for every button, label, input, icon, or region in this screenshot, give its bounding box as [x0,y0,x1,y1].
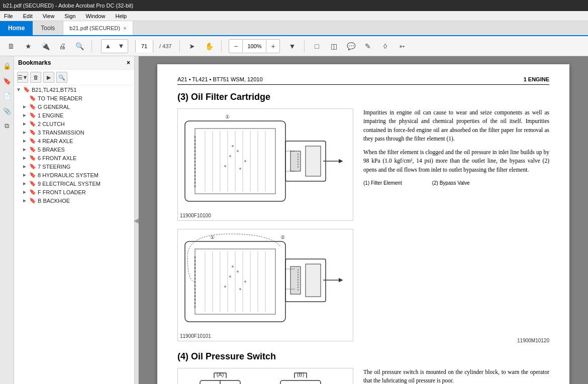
tree-arrow-transmission[interactable]: ► [22,130,29,135]
section3-para2: When the filter element is clogged and t… [363,148,549,174]
tree-arrow-hydraulic[interactable]: ► [22,172,29,178]
oil-pressure-switch-diagram: (A) (B) [180,370,351,384]
ref1: (1) Filter Element [363,179,402,187]
tree-arrow-electrical[interactable]: ► [22,181,29,186]
menu-sign[interactable]: Sign [62,12,77,20]
tree-item-engine[interactable]: ► 🔖 1 ENGINE [14,111,134,119]
tree-arrow-steering[interactable]: ► [22,164,29,169]
tree-arrow-backhoe[interactable]: ► [22,198,29,203]
tree-item-reader[interactable]: ► 🔖 TO THE READER [14,94,134,102]
tree-arrow-front-loader[interactable]: ► [22,189,29,195]
menu-view[interactable]: View [41,12,57,20]
svg-point-42 [239,288,241,290]
menu-edit[interactable]: Edit [21,12,35,20]
tree-item-front-loader[interactable]: ► 🔖 F FRONT LOADER [14,188,134,196]
figure-2-caption: 11900F10101 [180,333,351,339]
pdf-header: A21 • TL421 • BT751 WSM, 12010 1 ENGINE [177,76,549,85]
fit-page-button[interactable]: □ [310,39,324,53]
menu-bar: File Edit View Sign Window Help [0,11,588,21]
lock-icon[interactable]: 🔒 [2,60,13,71]
tree-item-root[interactable]: ▼ 🔖 B21,TL421,BT751 [14,85,134,94]
tab-home[interactable]: Home [0,21,33,35]
two-page-button[interactable]: ◫ [327,39,341,53]
svg-text:②: ② [280,234,285,240]
section4-content-row: (A) (B) [177,368,549,384]
tree-item-general[interactable]: ► 🔖 G GENERAL [14,102,134,111]
pdf-page: A21 • TL421 • BT751 WSM, 12010 1 ENGINE … [157,64,569,384]
svg-point-16 [239,168,241,170]
page-number-input[interactable] [135,40,153,52]
tree-arrow-engine[interactable]: ► [22,112,29,118]
section3-text-col: Impurities in engine oil can cause to we… [363,108,549,221]
menu-window[interactable]: Window [83,12,107,20]
draw-button[interactable]: ✎ [361,39,375,53]
pdf-header-left: A21 • TL421 • BT751 WSM, 12010 [177,76,263,82]
page-side-icon[interactable]: 📄 [2,90,13,101]
zoom-input[interactable] [242,40,266,52]
tree-item-steering[interactable]: ► 🔖 7 STEERING [14,162,134,171]
page-up-button[interactable]: ▲ [102,40,115,53]
svg-point-39 [237,271,239,273]
layers-icon[interactable]: ⧉ [2,120,13,132]
tree-item-rear-axle[interactable]: ► 🔖 4 REAR AXLE [14,137,134,145]
bm-options-button[interactable]: ☰▼ [17,72,28,83]
zoom-in-button[interactable]: + [266,40,279,53]
bookmarks-close[interactable]: × [127,59,130,66]
comment-button[interactable]: 💬 [344,39,358,53]
tree-item-hydraulic[interactable]: ► 🔖 8 HYDRAULIC SYSTEM [14,171,134,179]
pdf-area[interactable]: A21 • TL421 • BT751 WSM, 12010 1 ENGINE … [139,56,588,384]
share-button[interactable]: 🔌 [38,39,52,53]
zoom-group: − + [229,39,280,53]
tab-close-button[interactable]: × [123,25,126,31]
tree-item-backhoe[interactable]: ► 🔖 B BACKHOE [14,196,134,205]
separator-2 [179,40,180,52]
tree-arrow-clutch[interactable]: ► [22,121,29,126]
tab-tools[interactable]: Tools [33,21,63,35]
tree-icon-backhoe: 🔖 [29,197,36,204]
oil-filter-diagram-1: ① [180,111,351,209]
hand-tool[interactable]: ✋ [202,39,216,53]
tree-arrow-root[interactable]: ▼ [16,87,23,92]
separator-1 [91,40,92,52]
zoom-out-button[interactable]: − [229,40,242,53]
tree-item-transmission[interactable]: ► 🔖 3 TRANSMISSION [14,128,134,137]
bookmark-side-icon[interactable]: 🔖 [2,75,13,86]
tree-label-rear-axle: 4 REAR AXLE [38,138,73,144]
select-tool[interactable]: ➤ [185,39,199,53]
create-button[interactable]: 🗎 [4,39,18,53]
bm-delete-button[interactable]: 🗑 [30,72,41,83]
highlight-button[interactable]: ◊ [378,39,392,53]
tree-item-front-axle[interactable]: ► 🔖 6 FRONT AXLE [14,154,134,162]
page-down-button[interactable]: ▼ [115,40,128,53]
menu-file[interactable]: File [2,12,15,20]
tree-item-electrical[interactable]: ► 🔖 9 ELECTRICAL SYSTEM [14,179,134,188]
attach-icon[interactable]: 📎 [2,105,13,116]
section3-content-row: ① 11900F10100 Impurities in engine oil c… [177,108,549,221]
menu-help[interactable]: Help [114,12,129,20]
bm-search-button[interactable]: 🔍 [56,72,67,83]
svg-text:(B): (B) [297,371,305,377]
tree-arrow-brakes[interactable]: ► [22,147,29,152]
tree-label-root: B21,TL421,BT751 [32,87,76,93]
bookmark-button[interactable]: ★ [21,39,35,53]
search-button[interactable]: 🔍 [72,39,86,53]
print-button[interactable]: 🖨 [55,39,69,53]
tree-item-brakes[interactable]: ► 🔖 5 BRAKES [14,145,134,154]
figure2-row: ① ② 11900F10101 11900M10120 [177,229,549,343]
tree-icon-steering: 🔖 [29,163,36,170]
tree-item-clutch[interactable]: ► 🔖 2 CLUTCH [14,119,134,128]
tree-label-clutch: 2 CLUTCH [38,121,65,127]
pdf-refs: (1) Filter Element (2) Bypass Valve [363,179,549,187]
tree-icon-root: 🔖 [23,86,30,93]
tree-arrow-general[interactable]: ► [22,104,29,109]
tree-arrow-rear-axle[interactable]: ► [22,138,29,144]
resize-handle[interactable]: ◀ [135,56,139,384]
zoom-dropdown[interactable]: ▼ [285,39,299,53]
tree-icon-general: 🔖 [29,103,36,110]
title-text: b21.pdf (SECURED) - Adobe Acrobat Pro DC… [3,3,133,9]
tab-doc[interactable]: b21.pdf (SECURED) × [63,21,133,35]
share-right-button[interactable]: ➳ [395,39,409,53]
tree-arrow-front-axle[interactable]: ► [22,155,29,161]
tree-label-steering: 7 STEERING [38,164,70,170]
bm-new-button[interactable]: ▶ [43,72,54,83]
